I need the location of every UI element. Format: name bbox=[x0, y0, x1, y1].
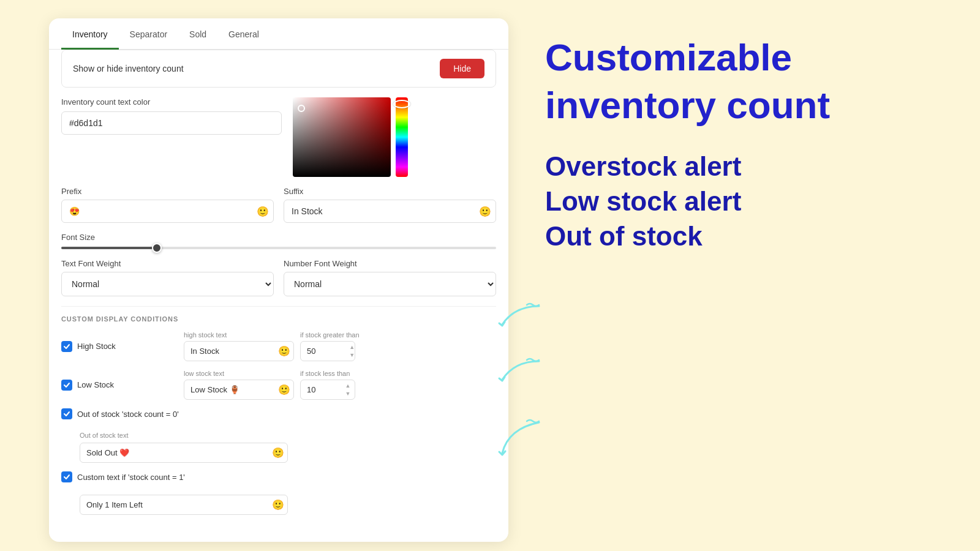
hue-slider[interactable] bbox=[396, 97, 408, 177]
color-label: Inventory count text color bbox=[61, 97, 282, 107]
custom-text-fields: 🙂 bbox=[80, 492, 288, 515]
suffix-label: Suffix bbox=[284, 187, 496, 196]
prefix-emoji-button[interactable]: 🙂 bbox=[257, 206, 269, 217]
custom-text-row: Custom text if 'stock count = 1' 🙂 bbox=[61, 471, 496, 515]
high-stock-condition-label: if stock greater than bbox=[300, 331, 360, 339]
out-of-stock-text-wrap: 🙂 bbox=[80, 443, 288, 463]
arrow-overstock bbox=[496, 300, 551, 337]
high-stock-text-wrap: 🙂 bbox=[184, 341, 294, 361]
out-of-stock-emoji-btn[interactable]: 🙂 bbox=[272, 447, 284, 459]
out-of-stock-label: Out of stock 'stock count = 0' bbox=[77, 410, 179, 419]
low-stock-condition-wrap: ▲ ▼ bbox=[300, 380, 355, 400]
conditions-section: CUSTOM DISPLAY CONDITIONS High Stock hig… bbox=[61, 315, 496, 515]
tabs-bar: Inventory Separator Sold General bbox=[49, 18, 508, 50]
low-stock-emoji-btn[interactable]: 🙂 bbox=[278, 384, 290, 395]
low-stock-checkbox[interactable] bbox=[61, 380, 72, 391]
color-gradient-box[interactable] bbox=[293, 97, 391, 177]
high-stock-text-label: high stock text bbox=[184, 331, 294, 339]
number-font-weight-group: Number Font Weight Normal Bold Light Bol… bbox=[284, 259, 496, 296]
color-picker[interactable] bbox=[293, 97, 408, 177]
low-stock-label: Low Stock bbox=[77, 380, 114, 389]
high-stock-fields: high stock text 🙂 if stock greater than … bbox=[184, 331, 496, 361]
overstock-alert-text: Overstock alert bbox=[545, 151, 962, 183]
suffix-group: Suffix 🙂 bbox=[284, 187, 496, 223]
custom-text-check-row: Custom text if 'stock count = 1' bbox=[61, 471, 185, 482]
custom-text-label: Custom text if 'stock count = 1' bbox=[77, 473, 185, 482]
low-stock-condition-group: if stock less than ▲ ▼ bbox=[300, 370, 355, 400]
number-font-weight-select[interactable]: Normal Bold Light Bolder bbox=[284, 272, 496, 296]
low-stock-condition-label: if stock less than bbox=[300, 370, 355, 377]
suffix-emoji-button[interactable]: 🙂 bbox=[479, 206, 491, 217]
tab-general[interactable]: General bbox=[217, 18, 270, 50]
text-font-weight-select[interactable]: Normal Bold Light Bolder bbox=[61, 272, 274, 296]
tab-inventory[interactable]: Inventory bbox=[61, 18, 119, 50]
show-hide-label: Show or hide inventory count bbox=[73, 64, 184, 73]
font-size-section: Font Size bbox=[61, 233, 496, 249]
suffix-input-wrap: 🙂 bbox=[284, 200, 496, 223]
low-stock-spinner-down[interactable]: ▼ bbox=[343, 390, 353, 397]
high-stock-text-group: high stock text 🙂 bbox=[184, 331, 294, 361]
right-panel: Customizable inventory count Overstock a… bbox=[545, 37, 962, 253]
low-stock-spinner-up[interactable]: ▲ bbox=[343, 382, 353, 389]
out-of-stock-text-input[interactable] bbox=[80, 443, 288, 463]
high-stock-row: High Stock high stock text 🙂 if stock gr… bbox=[61, 331, 496, 361]
arrow-low-stock bbox=[496, 355, 551, 392]
low-stock-check: Low Stock bbox=[61, 380, 172, 391]
high-stock-check: High Stock bbox=[61, 341, 172, 352]
high-stock-spinner-down[interactable]: ▼ bbox=[347, 351, 357, 359]
out-of-stock-alert-text: Out of stock bbox=[545, 220, 962, 253]
tab-separator[interactable]: Separator bbox=[119, 18, 178, 50]
text-font-weight-label: Text Font Weight bbox=[61, 259, 274, 268]
out-of-stock-check-row: Out of stock 'stock count = 0' bbox=[61, 408, 179, 419]
prefix-group: Prefix 🙂 bbox=[61, 187, 274, 223]
show-hide-row: Show or hide inventory count Hide bbox=[61, 50, 496, 88]
font-size-slider-track[interactable] bbox=[61, 247, 496, 249]
main-title-line2: inventory count bbox=[545, 84, 962, 126]
settings-card: Inventory Separator Sold General Show or… bbox=[49, 18, 508, 542]
hide-button[interactable]: Hide bbox=[440, 59, 484, 78]
out-of-stock-row: Out of stock 'stock count = 0' Out of st… bbox=[61, 408, 496, 463]
font-size-slider-thumb[interactable] bbox=[152, 243, 162, 253]
low-stock-spinner: ▲ ▼ bbox=[343, 382, 353, 397]
prefix-input[interactable] bbox=[61, 200, 274, 223]
low-stock-row: Low Stock low stock text 🙂 if stock less… bbox=[61, 370, 496, 400]
text-font-weight-group: Text Font Weight Normal Bold Light Bolde… bbox=[61, 259, 274, 296]
custom-text-wrap: 🙂 bbox=[80, 495, 288, 515]
number-font-weight-label: Number Font Weight bbox=[284, 259, 496, 268]
low-stock-text-group: low stock text 🙂 bbox=[184, 370, 294, 400]
high-stock-emoji-btn[interactable]: 🙂 bbox=[278, 345, 290, 357]
font-size-slider-fill bbox=[61, 247, 157, 249]
high-stock-text-input[interactable] bbox=[184, 341, 294, 361]
low-stock-text-wrap: 🙂 bbox=[184, 380, 294, 400]
high-stock-condition-wrap: ▲ ▼ bbox=[300, 341, 360, 361]
high-stock-checkbox[interactable] bbox=[61, 341, 72, 352]
prefix-input-wrap: 🙂 bbox=[61, 200, 274, 223]
tab-sold[interactable]: Sold bbox=[178, 18, 217, 50]
font-size-label: Font Size bbox=[61, 233, 496, 242]
high-stock-label: High Stock bbox=[77, 342, 116, 351]
custom-text-emoji-btn[interactable]: 🙂 bbox=[272, 499, 284, 511]
out-of-stock-checkbox[interactable] bbox=[61, 408, 72, 419]
suffix-input[interactable] bbox=[284, 200, 496, 223]
color-gradient-cursor bbox=[298, 105, 305, 112]
main-title-line1: Customizable bbox=[545, 37, 962, 78]
prefix-suffix-row: Prefix 🙂 Suffix 🙂 bbox=[61, 187, 496, 223]
divider bbox=[61, 306, 496, 307]
high-stock-spinner: ▲ ▼ bbox=[347, 343, 357, 359]
color-left: Inventory count text color bbox=[61, 97, 282, 135]
hue-cursor bbox=[393, 100, 410, 108]
arrow-out-of-stock bbox=[496, 416, 551, 465]
low-stock-text-input[interactable] bbox=[184, 380, 294, 400]
high-stock-condition-group: if stock greater than ▲ ▼ bbox=[300, 331, 360, 361]
high-stock-spinner-up[interactable]: ▲ bbox=[347, 343, 357, 351]
low-stock-fields: low stock text 🙂 if stock less than ▲ ▼ bbox=[184, 370, 496, 400]
low-stock-alert-text: Low stock alert bbox=[545, 186, 962, 218]
custom-text-input[interactable] bbox=[80, 495, 288, 515]
color-hex-input[interactable] bbox=[61, 111, 282, 135]
prefix-label: Prefix bbox=[61, 187, 274, 196]
low-stock-text-label: low stock text bbox=[184, 370, 294, 377]
custom-text-checkbox[interactable] bbox=[61, 471, 72, 482]
out-of-stock-text-label: Out of stock text bbox=[80, 432, 128, 439]
font-weight-row: Text Font Weight Normal Bold Light Bolde… bbox=[61, 259, 496, 296]
out-of-stock-fields: Out of stock text 🙂 bbox=[80, 429, 288, 463]
